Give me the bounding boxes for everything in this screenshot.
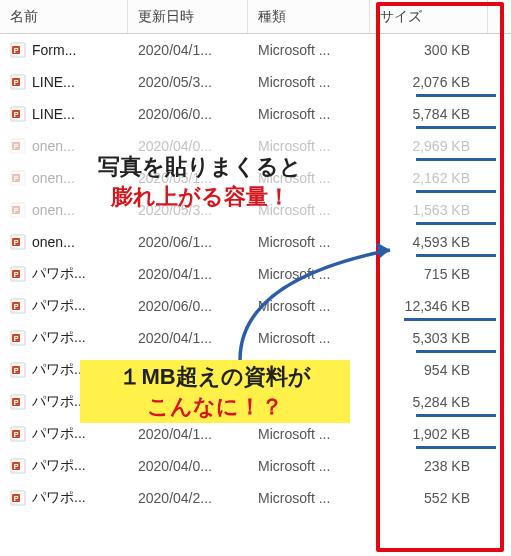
- file-name-text: onen...: [32, 202, 75, 218]
- cell-date: 2020/04/1...: [128, 362, 248, 378]
- header-size[interactable]: サイズ: [370, 0, 488, 33]
- header-date[interactable]: 更新日時: [128, 0, 248, 33]
- cell-name: PLINE...: [0, 106, 128, 122]
- powerpoint-icon: P: [10, 490, 26, 506]
- cell-type: Microsoft ...: [248, 394, 370, 410]
- cell-size: 4,593 KB: [370, 234, 488, 250]
- cell-name: Pパワポ...: [0, 297, 128, 315]
- cell-size: 2,162 KB: [370, 170, 488, 186]
- table-row[interactable]: Ponen...2020/06/1...Microsoft ...4,593 K…: [0, 226, 511, 258]
- svg-text:P: P: [14, 463, 19, 470]
- powerpoint-icon: P: [10, 426, 26, 442]
- svg-text:P: P: [14, 79, 19, 86]
- file-name-text: パワポ...: [32, 265, 86, 283]
- powerpoint-icon: P: [10, 298, 26, 314]
- table-row[interactable]: Pパワポ...2020/04/2...Microsoft ...552 KB: [0, 482, 511, 514]
- svg-text:P: P: [14, 239, 19, 246]
- svg-text:P: P: [14, 303, 19, 310]
- cell-type: Microsoft ...: [248, 362, 370, 378]
- svg-text:P: P: [14, 399, 19, 406]
- table-row[interactable]: Pパワポ...2020/04/1...Microsoft ...5,303 KB: [0, 322, 511, 354]
- table-row[interactable]: Pパワポ...2020/04/1...Microsoft ...1,902 KB: [0, 418, 511, 450]
- powerpoint-icon: P: [10, 266, 26, 282]
- cell-size: 715 KB: [370, 266, 488, 282]
- cell-size: 12,346 KB: [370, 298, 488, 314]
- file-name-text: LINE...: [32, 106, 75, 122]
- file-name-text: パワポ...: [32, 297, 86, 315]
- cell-size: 954 KB: [370, 362, 488, 378]
- cell-date: 2020/06/0...: [128, 298, 248, 314]
- header-type[interactable]: 種類: [248, 0, 370, 33]
- cell-size: 5,303 KB: [370, 330, 488, 346]
- powerpoint-icon: P: [10, 42, 26, 58]
- file-name-text: Form...: [32, 42, 76, 58]
- cell-size: 1,902 KB: [370, 426, 488, 442]
- cell-type: Microsoft ...: [248, 330, 370, 346]
- table-row[interactable]: Ponen...2020/05/1...Microsoft ...2,162 K…: [0, 162, 511, 194]
- cell-type: Microsoft ...: [248, 202, 370, 218]
- table-row[interactable]: Pパワポ...2020/06/0...Microsoft ...12,346 K…: [0, 290, 511, 322]
- table-row[interactable]: PLINE...2020/06/0...Microsoft ...5,784 K…: [0, 98, 511, 130]
- cell-size: 2,969 KB: [370, 138, 488, 154]
- cell-type: Microsoft ...: [248, 266, 370, 282]
- table-row[interactable]: Pパワポ...2020/04/1...Microsoft ...954 KB: [0, 354, 511, 386]
- powerpoint-icon: P: [10, 362, 26, 378]
- table-row[interactable]: Ponen...2020/05/3...Microsoft ...1,563 K…: [0, 194, 511, 226]
- table-row[interactable]: Pパワポ...2020/04/0...Microsoft ...238 KB: [0, 450, 511, 482]
- cell-date: 2020/05/3...: [128, 74, 248, 90]
- svg-text:P: P: [14, 207, 19, 214]
- table-row[interactable]: PLINE...2020/05/3...Microsoft ...2,076 K…: [0, 66, 511, 98]
- cell-name: Ponen...: [0, 234, 128, 250]
- cell-name: PForm...: [0, 42, 128, 58]
- file-name-text: パワポ...: [32, 457, 86, 475]
- file-name-text: パワポ...: [32, 393, 86, 411]
- cell-date: 2020/04/0...: [128, 138, 248, 154]
- cell-date: 2020/04/1...: [128, 330, 248, 346]
- svg-text:P: P: [14, 335, 19, 342]
- svg-text:P: P: [14, 431, 19, 438]
- cell-name: Pパワポ...: [0, 457, 128, 475]
- powerpoint-icon: P: [10, 170, 26, 186]
- table-row[interactable]: Ponen...2020/04/0...Microsoft ...2,969 K…: [0, 130, 511, 162]
- table-row[interactable]: PForm...2020/04/1...Microsoft ...300 KB: [0, 34, 511, 66]
- table-row[interactable]: Pパワポ...2020/04/1...Microsoft ...5,284 KB: [0, 386, 511, 418]
- cell-name: Pパワポ...: [0, 329, 128, 347]
- cell-name: Pパワポ...: [0, 361, 128, 379]
- cell-date: 2020/04/1...: [128, 42, 248, 58]
- powerpoint-icon: P: [10, 138, 26, 154]
- cell-type: Microsoft ...: [248, 138, 370, 154]
- cell-type: Microsoft ...: [248, 490, 370, 506]
- file-name-text: パワポ...: [32, 329, 86, 347]
- cell-date: 2020/05/1...: [128, 170, 248, 186]
- file-name-text: パワポ...: [32, 425, 86, 443]
- cell-type: Microsoft ...: [248, 42, 370, 58]
- svg-text:P: P: [14, 47, 19, 54]
- svg-text:P: P: [14, 495, 19, 502]
- file-list-window: 名前 更新日時 種類 サイズ PForm...2020/04/1...Micro…: [0, 0, 511, 556]
- file-name-text: LINE...: [32, 74, 75, 90]
- cell-name: Pパワポ...: [0, 393, 128, 411]
- cell-name: Ponen...: [0, 138, 128, 154]
- cell-size: 300 KB: [370, 42, 488, 58]
- cell-date: 2020/04/2...: [128, 490, 248, 506]
- powerpoint-icon: P: [10, 394, 26, 410]
- cell-size: 552 KB: [370, 490, 488, 506]
- cell-size: 2,076 KB: [370, 74, 488, 90]
- cell-type: Microsoft ...: [248, 458, 370, 474]
- cell-type: Microsoft ...: [248, 426, 370, 442]
- cell-date: 2020/04/1...: [128, 394, 248, 410]
- cell-name: Pパワポ...: [0, 489, 128, 507]
- cell-type: Microsoft ...: [248, 170, 370, 186]
- file-name-text: パワポ...: [32, 489, 86, 507]
- file-name-text: onen...: [32, 170, 75, 186]
- file-name-text: onen...: [32, 234, 75, 250]
- svg-text:P: P: [14, 143, 19, 150]
- cell-date: 2020/04/0...: [128, 458, 248, 474]
- header-name[interactable]: 名前: [0, 0, 128, 33]
- table-row[interactable]: Pパワポ...2020/04/1...Microsoft ...715 KB: [0, 258, 511, 290]
- powerpoint-icon: P: [10, 202, 26, 218]
- file-name-text: onen...: [32, 138, 75, 154]
- powerpoint-icon: P: [10, 458, 26, 474]
- cell-date: 2020/06/1...: [128, 234, 248, 250]
- file-name-text: パワポ...: [32, 361, 86, 379]
